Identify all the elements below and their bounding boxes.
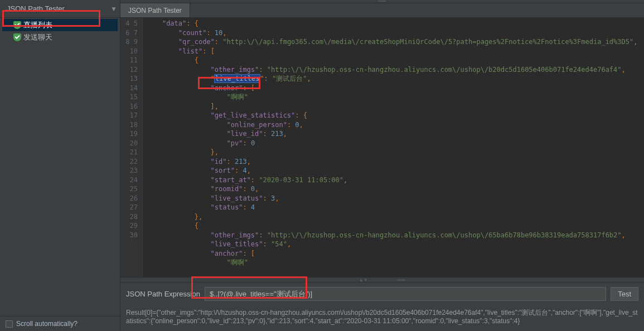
tree-item-label: 直播列表 (23, 20, 52, 30)
expression-input[interactable] (205, 287, 606, 301)
expression-label: JSON Path Expression (126, 290, 200, 298)
left-tab-json-path[interactable]: JSON Path Tester (0, 1, 71, 17)
tab-json-path-tester[interactable]: JSON Path Tester (120, 3, 190, 17)
tree-area: 直播列表 发送聊天 (0, 18, 120, 316)
test-button[interactable]: Test (611, 287, 638, 301)
right-panel: ▪▪▪▪▪ JSON Path Tester 4 5 6 7 8 9 10 11… (120, 0, 644, 331)
code-editor[interactable]: 4 5 6 7 8 9 10 11 12 13 14 15 16 17 18 1… (120, 18, 644, 277)
tree-item-live-list[interactable]: 直播列表 (2, 19, 118, 31)
code-content[interactable]: "data": { "count": 10, "qr_code": "http:… (143, 18, 644, 277)
tree-item-label: 发送聊天 (23, 32, 52, 42)
line-gutter: 4 5 6 7 8 9 10 11 12 13 14 15 16 17 18 1… (120, 18, 143, 277)
left-panel: JSON Path Tester ▼ 直播列表 发送聊天 Scroll auto… (0, 0, 120, 331)
tab-bar: JSON Path Tester (120, 3, 644, 18)
dropdown-icon[interactable]: ▼ (109, 1, 119, 17)
scroll-auto-row: Scroll automatically? (0, 316, 120, 331)
shield-icon (13, 21, 21, 29)
shield-icon (13, 33, 21, 41)
result-output: Result[0]={"other_imgs":"http:\/\/hzusho… (120, 305, 644, 331)
scroll-auto-checkbox[interactable] (6, 320, 13, 328)
drag-handle-mid[interactable]: ▲▼ ▪▪▪▪▪ (120, 277, 644, 283)
expression-row: JSON Path Expression Test (120, 283, 644, 305)
left-tab-bar: JSON Path Tester ▼ (0, 0, 120, 18)
tree-item-send-chat[interactable]: 发送聊天 (2, 31, 118, 43)
scroll-auto-label: Scroll automatically? (16, 320, 78, 328)
